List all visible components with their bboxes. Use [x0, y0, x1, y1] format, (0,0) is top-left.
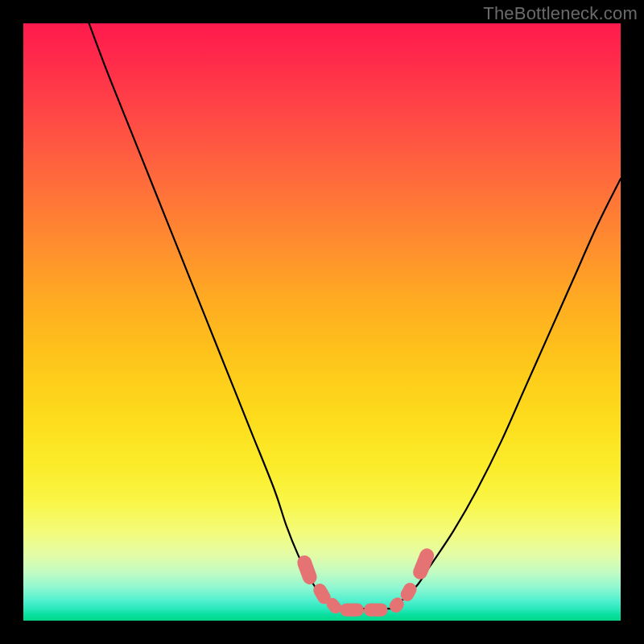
marker-point [340, 603, 364, 616]
series-left-curve [89, 23, 334, 609]
marker-point [295, 553, 319, 586]
series-right-curve [394, 179, 621, 609]
chart-svg [23, 23, 621, 621]
marker-point [364, 603, 388, 616]
chart-frame: TheBottleneck.com [0, 0, 644, 644]
plot-area [23, 23, 621, 621]
curves-layer [89, 23, 621, 609]
markers-layer [295, 547, 436, 617]
watermark-text: TheBottleneck.com [483, 3, 638, 24]
